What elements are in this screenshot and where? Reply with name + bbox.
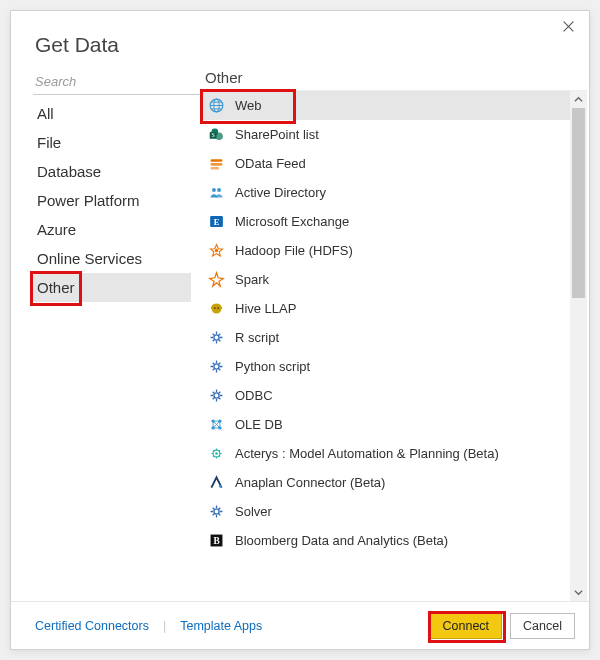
category-item-database[interactable]: Database [33, 157, 191, 186]
svg-point-16 [213, 335, 218, 340]
connector-label: Hadoop File (HDFS) [235, 243, 353, 258]
connector-item-spark[interactable]: Spark [201, 265, 570, 294]
dialog-footer: Certified Connectors | Template Apps Con… [11, 601, 589, 649]
get-data-dialog: Get Data AllFileDatabasePower PlatformAz… [10, 10, 590, 650]
connector-label: Web [235, 98, 262, 113]
svg-point-24 [215, 452, 218, 455]
connector-item-hadoop-file-hdfs[interactable]: Hadoop File (HDFS) [201, 236, 570, 265]
svg-text:B: B [213, 536, 219, 546]
globe-icon [207, 97, 225, 115]
connector-label: R script [235, 330, 279, 345]
svg-point-26 [213, 509, 218, 514]
acterys-icon [207, 445, 225, 463]
connector-label: Spark [235, 272, 269, 287]
connector-label: Anaplan Connector (Beta) [235, 475, 385, 490]
connector-label: Active Directory [235, 185, 326, 200]
category-item-file[interactable]: File [33, 128, 191, 157]
connector-item-odata-feed[interactable]: OData Feed [201, 149, 570, 178]
svg-rect-8 [210, 167, 219, 170]
svg-point-10 [217, 188, 221, 192]
r-script-icon [207, 329, 225, 347]
svg-point-25 [218, 485, 221, 488]
connector-item-hive-llap[interactable]: Hive LLAP [201, 294, 570, 323]
connector-item-solver[interactable]: Solver [201, 497, 570, 526]
connector-pane-heading: Other [201, 69, 587, 90]
hadoop-icon [207, 242, 225, 260]
connector-item-active-directory[interactable]: Active Directory [201, 178, 570, 207]
link-separator: | [163, 619, 166, 633]
category-pane: AllFileDatabasePower PlatformAzureOnline… [11, 69, 201, 601]
active-directory-icon [207, 184, 225, 202]
connector-item-ole-db[interactable]: OLE DB [201, 410, 570, 439]
svg-rect-7 [210, 163, 222, 166]
connector-item-anaplan-connector-beta[interactable]: Anaplan Connector (Beta) [201, 468, 570, 497]
category-item-power-platform[interactable]: Power Platform [33, 186, 191, 215]
connector-pane: Other WebSSharePoint listOData FeedActiv… [201, 69, 589, 601]
svg-text:E: E [213, 217, 219, 227]
connector-label: Acterys : Model Automation & Planning (B… [235, 446, 499, 461]
svg-point-9 [211, 188, 215, 192]
solver-icon [207, 503, 225, 521]
connect-button[interactable]: Connect [430, 613, 503, 639]
connector-label: OLE DB [235, 417, 283, 432]
connector-label: Bloomberg Data and Analytics (Beta) [235, 533, 448, 548]
odbc-icon [207, 387, 225, 405]
scroll-track[interactable] [570, 108, 587, 584]
category-item-online-services[interactable]: Online Services [33, 244, 191, 273]
svg-rect-6 [210, 159, 222, 162]
connector-label: Python script [235, 359, 310, 374]
connector-label: SharePoint list [235, 127, 319, 142]
category-item-azure[interactable]: Azure [33, 215, 191, 244]
scrollbar[interactable] [570, 91, 587, 601]
svg-point-14 [213, 307, 215, 309]
spark-icon [207, 271, 225, 289]
connector-label: Hive LLAP [235, 301, 296, 316]
connector-item-sharepoint-list[interactable]: SSharePoint list [201, 120, 570, 149]
svg-point-15 [217, 307, 219, 309]
odata-icon [207, 155, 225, 173]
connector-item-python-script[interactable]: Python script [201, 352, 570, 381]
close-button[interactable] [556, 15, 581, 40]
template-apps-link[interactable]: Template Apps [180, 619, 262, 633]
connector-item-r-script[interactable]: R script [201, 323, 570, 352]
connector-item-web[interactable]: Web [201, 91, 570, 120]
category-item-other[interactable]: Other [33, 273, 191, 302]
scroll-down-button[interactable] [570, 584, 587, 601]
scroll-up-button[interactable] [570, 91, 587, 108]
scroll-thumb[interactable] [572, 108, 585, 298]
certified-connectors-link[interactable]: Certified Connectors [35, 619, 149, 633]
sharepoint-icon: S [207, 126, 225, 144]
hive-icon [207, 300, 225, 318]
connector-item-odbc[interactable]: ODBC [201, 381, 570, 410]
category-item-all[interactable]: All [33, 99, 191, 128]
connector-label: Microsoft Exchange [235, 214, 349, 229]
chevron-down-icon [574, 588, 583, 597]
svg-point-13 [214, 249, 217, 252]
svg-point-18 [213, 393, 218, 398]
svg-point-17 [213, 364, 218, 369]
connector-item-microsoft-exchange[interactable]: EMicrosoft Exchange [201, 207, 570, 236]
dialog-body: AllFileDatabasePower PlatformAzureOnline… [11, 69, 589, 601]
connector-item-bloomberg-data-and-analytics-beta[interactable]: BBloomberg Data and Analytics (Beta) [201, 526, 570, 555]
connector-label: ODBC [235, 388, 273, 403]
anaplan-icon [207, 474, 225, 492]
oledb-icon [207, 416, 225, 434]
search-input[interactable] [33, 69, 203, 95]
close-icon [562, 20, 575, 33]
svg-text:S: S [211, 132, 214, 138]
connector-list: WebSSharePoint listOData FeedActive Dire… [201, 91, 570, 601]
chevron-up-icon [574, 95, 583, 104]
connector-item-acterys-model-automation-planning-beta[interactable]: Acterys : Model Automation & Planning (B… [201, 439, 570, 468]
connector-label: OData Feed [235, 156, 306, 171]
exchange-icon: E [207, 213, 225, 231]
dialog-title: Get Data [11, 11, 589, 69]
bloomberg-icon: B [207, 532, 225, 550]
cancel-button[interactable]: Cancel [510, 613, 575, 639]
python-script-icon [207, 358, 225, 376]
footer-links: Certified Connectors | Template Apps [35, 619, 262, 633]
connector-label: Solver [235, 504, 272, 519]
